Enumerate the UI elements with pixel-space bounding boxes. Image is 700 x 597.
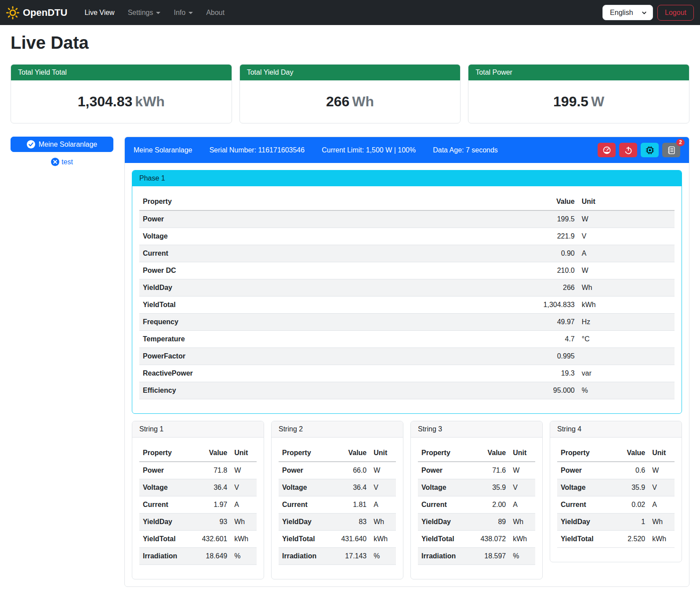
property-cell: Irradiation (418, 548, 467, 565)
table-row: YieldTotal431.640kWh (279, 531, 396, 548)
unit-cell: V (231, 479, 257, 496)
main-row: Meine Solaranlage test Meine Solaranlage… (11, 137, 689, 593)
table-row: Irradiation17.143% (279, 548, 396, 565)
value-cell: 18.597 (467, 548, 509, 565)
value-cell: 431.640 (328, 531, 370, 548)
string-card-1: String 1 Property Value Unit (132, 421, 264, 579)
unit-cell: kWh (509, 531, 535, 548)
event-count-badge: 2 (676, 139, 685, 146)
unit-cell: Wh (509, 514, 535, 531)
table-row: Power71.8W (139, 462, 257, 479)
table-row: Power71.6W (418, 462, 535, 479)
table-row: PowerFactor0.995 (139, 348, 675, 365)
property-cell: Frequency (139, 314, 498, 331)
unit-cell: A (649, 496, 675, 514)
unit-cell: Wh (370, 514, 396, 531)
value-cell: 1 (606, 514, 649, 531)
table-row: Frequency49.97Hz (139, 314, 675, 331)
nav-links: Live View Settings Info About (78, 5, 231, 20)
nav-item-live-view[interactable]: Live View (78, 5, 121, 20)
property-cell: Current (139, 496, 189, 514)
unit-cell: A (231, 496, 257, 514)
limit-settings-button[interactable] (598, 143, 616, 157)
property-cell: Current (557, 496, 606, 514)
table-header-row: Property Value Unit (418, 445, 535, 462)
property-cell: YieldTotal (557, 531, 606, 548)
unit-cell: % (509, 548, 535, 565)
table-row: Current2.00A (418, 496, 535, 514)
unit-cell: % (231, 548, 257, 565)
property-cell: Irradiation (139, 548, 189, 565)
string-title: String 2 (272, 421, 403, 438)
device-info-button[interactable] (641, 143, 659, 157)
inverter-selected-label: Meine Solaranlage (39, 141, 97, 148)
inverter-secondary-item[interactable]: test (11, 158, 113, 166)
unit-cell: kWh (649, 531, 675, 548)
unit: kWh (135, 94, 165, 109)
unit-cell: W (578, 210, 675, 228)
column-header-property: Property (418, 445, 467, 462)
table-row: YieldTotal438.072kWh (418, 531, 535, 548)
phase-body: Property Value Unit Power199.5WVoltage22… (132, 186, 682, 413)
property-cell: Temperature (139, 331, 498, 348)
unit-cell: V (370, 479, 396, 496)
chevron-down-icon (189, 12, 193, 14)
column-header-value: Value (189, 445, 231, 462)
phase-title: Phase 1 (132, 170, 682, 186)
unit-cell: Hz (578, 314, 675, 331)
summary-card-total-power: Total Power 199.5W (468, 64, 689, 123)
value-cell: 0.90 (498, 245, 578, 262)
brand-label: OpenDTU (23, 7, 67, 18)
property-cell: Power (139, 210, 498, 228)
value-cell: 36.4 (328, 479, 370, 496)
event-log-button[interactable]: 2 (662, 143, 680, 157)
table-row: Irradiation18.597% (418, 548, 535, 565)
table-row: Power66.0W (279, 462, 396, 479)
unit: W (591, 94, 604, 109)
language-select[interactable]: English (602, 5, 653, 20)
string-title: String 1 (132, 421, 264, 438)
value-cell: 83 (328, 514, 370, 531)
property-cell: YieldTotal (279, 531, 328, 548)
inverter-sidebar: Meine Solaranlage test (11, 137, 113, 166)
table-row: YieldDay93Wh (139, 514, 257, 531)
top-navbar: OpenDTU Live View Settings Info About En… (0, 0, 700, 25)
property-cell: YieldDay (139, 514, 189, 531)
table-row: Voltage36.4V (139, 479, 257, 496)
property-cell: YieldDay (557, 514, 606, 531)
property-cell: Voltage (418, 479, 467, 496)
inverter-actions: 2 (598, 143, 680, 157)
table-row: Power199.5W (139, 210, 675, 228)
property-cell: YieldTotal (139, 297, 498, 314)
logout-button[interactable]: Logout (657, 5, 694, 21)
value-cell: 210.0 (498, 262, 578, 279)
inverter-header: Meine Solaranlage Serial Number: 1161716… (125, 137, 689, 163)
power-toggle-button[interactable] (619, 143, 637, 157)
brand[interactable]: OpenDTU (6, 6, 67, 19)
value-cell: 49.97 (498, 314, 578, 331)
column-header-property: Property (139, 193, 498, 210)
table-row: YieldDay266Wh (139, 279, 675, 297)
nav-item-label: Info (174, 9, 185, 17)
unit-cell: °C (578, 331, 675, 348)
value-cell: 19.3 (498, 365, 578, 382)
unit-cell: kWh (578, 297, 675, 314)
nav-item-about[interactable]: About (199, 5, 231, 20)
unit-cell: W (649, 462, 675, 479)
nav-item-info[interactable]: Info (167, 5, 199, 20)
string-title: String 3 (411, 421, 542, 438)
power-icon (624, 146, 633, 155)
inverter-secondary-label: test (62, 158, 73, 166)
value-cell: 89 (467, 514, 509, 531)
property-cell: YieldDay (139, 279, 498, 297)
table-row: YieldTotal432.601kWh (139, 531, 257, 548)
value-cell: 0.6 (606, 462, 649, 479)
inverter-selected-button[interactable]: Meine Solaranlage (11, 137, 113, 152)
value-cell: 4.7 (498, 331, 578, 348)
gauge-limit-icon (602, 146, 611, 155)
unit-cell: A (370, 496, 396, 514)
nav-item-settings[interactable]: Settings (121, 5, 167, 20)
unit-cell: Wh (231, 514, 257, 531)
string-body: Property Value Unit Power71.8WVoltage36.… (132, 438, 264, 579)
phase-panel: Phase 1 Property Value Unit Power199.5WV… (132, 170, 682, 414)
